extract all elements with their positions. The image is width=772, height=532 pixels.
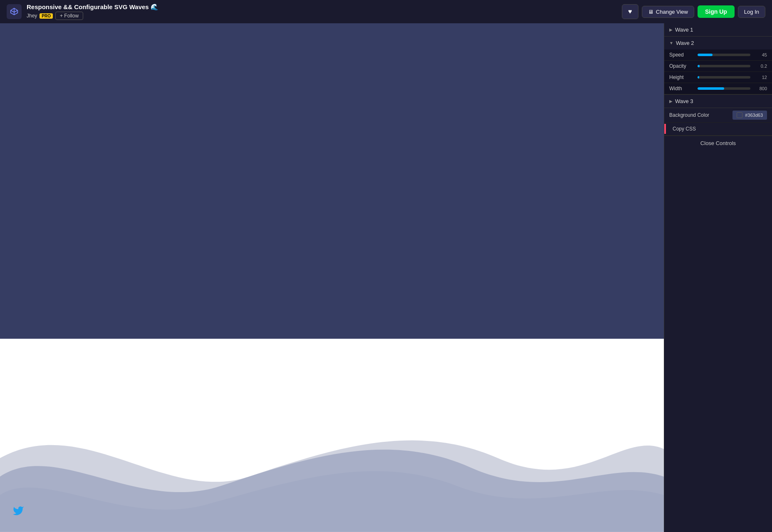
opacity-label: Opacity bbox=[669, 63, 694, 69]
page-title: Responsive && Configurable SVG Waves 🌊 bbox=[27, 3, 622, 11]
preview-area bbox=[0, 23, 664, 532]
controls-panel: ▶ Wave 1 ▼ Wave 2 Speed 45 bbox=[664, 23, 772, 532]
copy-css-label: Copy CSS bbox=[669, 126, 696, 132]
opacity-fill bbox=[698, 65, 700, 67]
wave2-label: Wave 2 bbox=[676, 40, 694, 46]
bg-color-label: Background Color bbox=[669, 112, 729, 118]
follow-button[interactable]: + Follow bbox=[55, 12, 83, 20]
width-track[interactable] bbox=[698, 87, 750, 90]
speed-value: 45 bbox=[754, 52, 767, 57]
pro-badge: PRO bbox=[40, 13, 53, 19]
height-fill bbox=[698, 76, 699, 79]
wave2-section: ▼ Wave 2 Speed 45 Opacity bbox=[664, 37, 772, 95]
close-controls-button[interactable]: Close Controls bbox=[664, 135, 772, 150]
header-actions: ♥ 🖥 Change View Sign Up Log In bbox=[622, 4, 765, 19]
height-slider-area bbox=[698, 76, 750, 79]
width-value: 800 bbox=[754, 86, 767, 91]
wave1-chevron: ▶ bbox=[669, 27, 673, 32]
wave1-section: ▶ Wave 1 bbox=[664, 23, 772, 37]
author-name: Jhey bbox=[27, 13, 37, 19]
wave2-chevron: ▼ bbox=[669, 41, 673, 45]
sign-up-button[interactable]: Sign Up bbox=[698, 5, 735, 18]
height-value: 12 bbox=[754, 75, 767, 80]
wave3-chevron: ▶ bbox=[669, 99, 673, 103]
like-button[interactable]: ♥ bbox=[622, 4, 638, 19]
app-logo bbox=[7, 4, 22, 19]
opacity-row: Opacity 0.2 bbox=[664, 61, 772, 72]
height-label: Height bbox=[669, 74, 694, 80]
copy-css-indicator bbox=[664, 124, 666, 134]
speed-row: Speed 45 bbox=[664, 49, 772, 61]
opacity-value: 0.2 bbox=[754, 64, 767, 69]
author-area: Jhey PRO + Follow bbox=[27, 12, 622, 20]
opacity-track[interactable] bbox=[698, 65, 750, 67]
color-swatch-area[interactable]: #363d63 bbox=[732, 111, 767, 120]
twitter-icon[interactable] bbox=[12, 505, 24, 520]
width-fill bbox=[698, 87, 724, 90]
width-slider-area bbox=[698, 87, 750, 90]
change-view-button[interactable]: 🖥 Change View bbox=[642, 6, 694, 18]
header-title-area: Responsive && Configurable SVG Waves 🌊 J… bbox=[27, 3, 622, 20]
wave1-header[interactable]: ▶ Wave 1 bbox=[664, 23, 772, 36]
wave2-controls: Speed 45 Opacity bbox=[664, 49, 772, 94]
wave3-header[interactable]: ▶ Wave 3 bbox=[664, 95, 772, 108]
heart-icon: ♥ bbox=[628, 8, 632, 15]
wave-container bbox=[0, 252, 664, 532]
wave1-label: Wave 1 bbox=[675, 27, 693, 33]
wave3-section: ▶ Wave 3 bbox=[664, 95, 772, 108]
speed-label: Speed bbox=[669, 52, 694, 58]
width-label: Width bbox=[669, 86, 694, 91]
speed-track[interactable] bbox=[698, 54, 750, 56]
height-track[interactable] bbox=[698, 76, 750, 79]
width-row: Width 800 bbox=[664, 83, 772, 94]
bg-color-row: Background Color #363d63 bbox=[664, 108, 772, 123]
color-value: #363d63 bbox=[745, 113, 763, 118]
speed-fill bbox=[698, 54, 713, 56]
wave3-label: Wave 3 bbox=[675, 98, 693, 104]
app-header: Responsive && Configurable SVG Waves 🌊 J… bbox=[0, 0, 772, 23]
wave2-header[interactable]: ▼ Wave 2 bbox=[664, 37, 772, 49]
color-swatch bbox=[737, 112, 742, 118]
main-layout: ▶ Wave 1 ▼ Wave 2 Speed 45 bbox=[0, 0, 772, 532]
height-row: Height 12 bbox=[664, 72, 772, 83]
copy-css-row[interactable]: Copy CSS bbox=[664, 123, 772, 135]
monitor-icon: 🖥 bbox=[648, 9, 653, 15]
opacity-slider-area bbox=[698, 65, 750, 67]
log-in-button[interactable]: Log In bbox=[738, 6, 765, 18]
speed-slider-area bbox=[698, 54, 750, 56]
wave-svg bbox=[0, 384, 664, 532]
